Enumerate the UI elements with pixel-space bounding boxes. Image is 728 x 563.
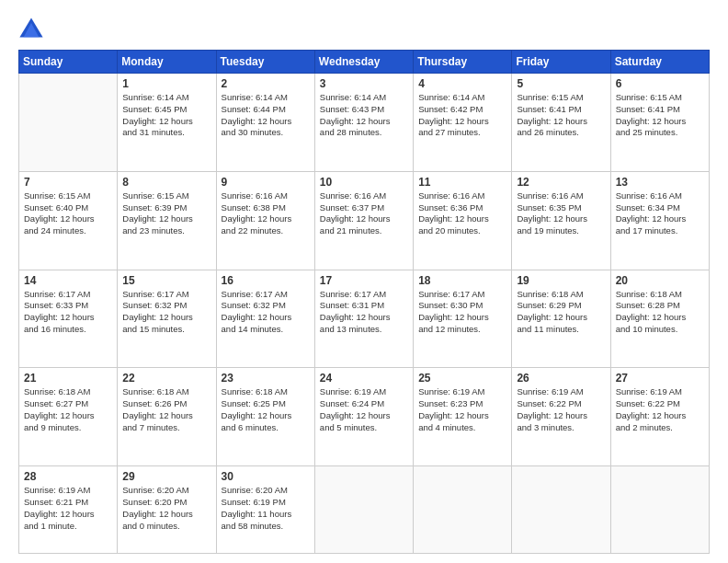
col-header-friday: Friday [512, 51, 610, 74]
cell-3-5: 18Sunrise: 6:17 AM Sunset: 6:30 PM Dayli… [414, 270, 512, 368]
cell-info: Sunrise: 6:19 AM Sunset: 6:21 PM Dayligh… [24, 485, 112, 532]
logo [18, 17, 50, 42]
day-number: 16 [222, 274, 310, 287]
day-number: 10 [320, 176, 408, 189]
cell-info: Sunrise: 6:20 AM Sunset: 6:19 PM Dayligh… [222, 485, 310, 532]
day-number: 17 [320, 274, 408, 287]
cell-5-1: 28Sunrise: 6:19 AM Sunset: 6:21 PM Dayli… [19, 466, 118, 554]
cell-4-7: 27Sunrise: 6:19 AM Sunset: 6:22 PM Dayli… [610, 368, 709, 466]
cell-info: Sunrise: 6:17 AM Sunset: 6:32 PM Dayligh… [222, 289, 310, 336]
cell-1-4: 3Sunrise: 6:14 AM Sunset: 6:43 PM Daylig… [314, 74, 413, 172]
day-number: 5 [517, 77, 605, 90]
day-number: 4 [418, 77, 506, 90]
cell-1-3: 2Sunrise: 6:14 AM Sunset: 6:44 PM Daylig… [216, 74, 314, 172]
day-number: 12 [517, 176, 605, 189]
cell-info: Sunrise: 6:18 AM Sunset: 6:26 PM Dayligh… [122, 386, 210, 433]
cell-3-6: 19Sunrise: 6:18 AM Sunset: 6:29 PM Dayli… [512, 270, 610, 368]
header-row: SundayMondayTuesdayWednesdayThursdayFrid… [19, 51, 710, 74]
day-number: 6 [616, 77, 704, 90]
cell-2-4: 10Sunrise: 6:16 AM Sunset: 6:37 PM Dayli… [314, 171, 413, 270]
cell-1-1 [19, 74, 118, 172]
day-number: 11 [418, 176, 506, 189]
col-header-thursday: Thursday [414, 51, 512, 74]
cell-3-4: 17Sunrise: 6:17 AM Sunset: 6:31 PM Dayli… [314, 270, 413, 368]
cell-info: Sunrise: 6:16 AM Sunset: 6:38 PM Dayligh… [222, 190, 310, 237]
calendar-table: SundayMondayTuesdayWednesdayThursdayFrid… [18, 50, 710, 554]
day-number: 21 [24, 372, 112, 385]
day-number: 3 [320, 77, 408, 90]
cell-1-5: 4Sunrise: 6:14 AM Sunset: 6:42 PM Daylig… [414, 74, 512, 172]
cell-info: Sunrise: 6:16 AM Sunset: 6:34 PM Dayligh… [616, 190, 704, 237]
cell-3-7: 20Sunrise: 6:18 AM Sunset: 6:28 PM Dayli… [610, 270, 709, 368]
cell-3-1: 14Sunrise: 6:17 AM Sunset: 6:33 PM Dayli… [19, 270, 118, 368]
day-number: 14 [24, 274, 112, 287]
day-number: 20 [616, 274, 704, 287]
cell-info: Sunrise: 6:16 AM Sunset: 6:36 PM Dayligh… [418, 190, 506, 237]
cell-5-3: 30Sunrise: 6:20 AM Sunset: 6:19 PM Dayli… [216, 466, 314, 554]
week-row-4: 21Sunrise: 6:18 AM Sunset: 6:27 PM Dayli… [19, 368, 710, 466]
cell-4-6: 26Sunrise: 6:19 AM Sunset: 6:22 PM Dayli… [512, 368, 610, 466]
cell-2-5: 11Sunrise: 6:16 AM Sunset: 6:36 PM Dayli… [414, 171, 512, 270]
header [18, 17, 710, 42]
cell-info: Sunrise: 6:17 AM Sunset: 6:32 PM Dayligh… [122, 289, 210, 336]
day-number: 15 [122, 274, 210, 287]
day-number: 30 [222, 470, 310, 483]
cell-5-6 [512, 466, 610, 554]
col-header-tuesday: Tuesday [216, 51, 314, 74]
week-row-5: 28Sunrise: 6:19 AM Sunset: 6:21 PM Dayli… [19, 466, 710, 554]
cell-2-2: 8Sunrise: 6:15 AM Sunset: 6:39 PM Daylig… [118, 171, 216, 270]
cell-4-2: 22Sunrise: 6:18 AM Sunset: 6:26 PM Dayli… [118, 368, 216, 466]
cell-5-4 [314, 466, 413, 554]
cell-5-2: 29Sunrise: 6:20 AM Sunset: 6:20 PM Dayli… [118, 466, 216, 554]
day-number: 24 [320, 372, 408, 385]
day-number: 22 [122, 372, 210, 385]
cell-3-3: 16Sunrise: 6:17 AM Sunset: 6:32 PM Dayli… [216, 270, 314, 368]
cell-info: Sunrise: 6:16 AM Sunset: 6:35 PM Dayligh… [517, 190, 605, 237]
cell-info: Sunrise: 6:20 AM Sunset: 6:20 PM Dayligh… [122, 485, 210, 532]
cell-info: Sunrise: 6:15 AM Sunset: 6:41 PM Dayligh… [616, 92, 704, 139]
cell-info: Sunrise: 6:18 AM Sunset: 6:28 PM Dayligh… [616, 289, 704, 336]
day-number: 7 [24, 176, 112, 189]
cell-info: Sunrise: 6:15 AM Sunset: 6:39 PM Dayligh… [122, 190, 210, 237]
cell-info: Sunrise: 6:17 AM Sunset: 6:30 PM Dayligh… [418, 289, 506, 336]
logo-icon [18, 17, 44, 42]
day-number: 23 [222, 372, 310, 385]
cell-4-3: 23Sunrise: 6:18 AM Sunset: 6:25 PM Dayli… [216, 368, 314, 466]
cell-2-3: 9Sunrise: 6:16 AM Sunset: 6:38 PM Daylig… [216, 171, 314, 270]
cell-info: Sunrise: 6:15 AM Sunset: 6:40 PM Dayligh… [24, 190, 112, 237]
day-number: 18 [418, 274, 506, 287]
cell-1-7: 6Sunrise: 6:15 AM Sunset: 6:41 PM Daylig… [610, 74, 709, 172]
cell-1-2: 1Sunrise: 6:14 AM Sunset: 6:45 PM Daylig… [118, 74, 216, 172]
cell-2-1: 7Sunrise: 6:15 AM Sunset: 6:40 PM Daylig… [19, 171, 118, 270]
cell-1-6: 5Sunrise: 6:15 AM Sunset: 6:41 PM Daylig… [512, 74, 610, 172]
cell-info: Sunrise: 6:19 AM Sunset: 6:22 PM Dayligh… [616, 386, 704, 433]
cell-info: Sunrise: 6:16 AM Sunset: 6:37 PM Dayligh… [320, 190, 408, 237]
cell-3-2: 15Sunrise: 6:17 AM Sunset: 6:32 PM Dayli… [118, 270, 216, 368]
col-header-wednesday: Wednesday [314, 51, 413, 74]
day-number: 2 [222, 77, 310, 90]
day-number: 27 [616, 372, 704, 385]
cell-info: Sunrise: 6:14 AM Sunset: 6:42 PM Dayligh… [418, 92, 506, 139]
cell-2-7: 13Sunrise: 6:16 AM Sunset: 6:34 PM Dayli… [610, 171, 709, 270]
week-row-1: 1Sunrise: 6:14 AM Sunset: 6:45 PM Daylig… [19, 74, 710, 172]
cell-info: Sunrise: 6:17 AM Sunset: 6:31 PM Dayligh… [320, 289, 408, 336]
cell-info: Sunrise: 6:18 AM Sunset: 6:29 PM Dayligh… [517, 289, 605, 336]
col-header-monday: Monday [118, 51, 216, 74]
day-number: 29 [122, 470, 210, 483]
cell-info: Sunrise: 6:14 AM Sunset: 6:44 PM Dayligh… [222, 92, 310, 139]
day-number: 19 [517, 274, 605, 287]
cell-2-6: 12Sunrise: 6:16 AM Sunset: 6:35 PM Dayli… [512, 171, 610, 270]
day-number: 1 [122, 77, 210, 90]
week-row-3: 14Sunrise: 6:17 AM Sunset: 6:33 PM Dayli… [19, 270, 710, 368]
day-number: 25 [418, 372, 506, 385]
col-header-sunday: Sunday [19, 51, 118, 74]
cell-4-1: 21Sunrise: 6:18 AM Sunset: 6:27 PM Dayli… [19, 368, 118, 466]
cell-info: Sunrise: 6:15 AM Sunset: 6:41 PM Dayligh… [517, 92, 605, 139]
cell-info: Sunrise: 6:18 AM Sunset: 6:27 PM Dayligh… [24, 386, 112, 433]
cell-4-5: 25Sunrise: 6:19 AM Sunset: 6:23 PM Dayli… [414, 368, 512, 466]
cell-info: Sunrise: 6:19 AM Sunset: 6:22 PM Dayligh… [517, 386, 605, 433]
cell-5-7 [610, 466, 709, 554]
day-number: 26 [517, 372, 605, 385]
week-row-2: 7Sunrise: 6:15 AM Sunset: 6:40 PM Daylig… [19, 171, 710, 270]
col-header-saturday: Saturday [610, 51, 709, 74]
